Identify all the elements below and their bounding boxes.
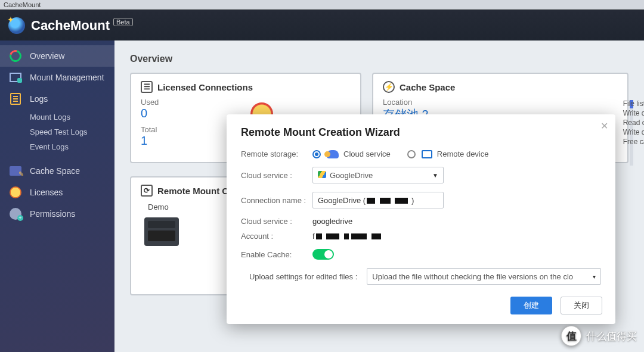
googledrive-icon bbox=[318, 171, 326, 178]
upload-settings-select[interactable]: Upload the file without checking the fil… bbox=[367, 268, 601, 285]
gauge-icon bbox=[8, 50, 23, 62]
connection-name-label: Connection name : bbox=[241, 196, 312, 205]
sidebar-item-label: Cache Space bbox=[30, 166, 80, 176]
radio-cloud-service[interactable] bbox=[312, 150, 321, 158]
account-value: f bbox=[312, 232, 382, 241]
sidebar-item-permissions[interactable]: Permissions bbox=[0, 203, 114, 225]
license-icon bbox=[8, 186, 23, 198]
radio-label-cloud: Cloud service bbox=[343, 149, 391, 158]
close-button[interactable]: 关闭 bbox=[561, 297, 602, 314]
cloud-service-label-2: Cloud service : bbox=[241, 217, 312, 226]
create-button[interactable]: 创建 bbox=[510, 297, 552, 314]
location-label: Location bbox=[383, 98, 618, 107]
logs-icon bbox=[8, 93, 23, 105]
cache-icon bbox=[8, 165, 23, 177]
permissions-icon bbox=[8, 208, 23, 220]
dialog-title: Remote Mount Creation Wizard bbox=[241, 126, 601, 139]
watermark: 值 什么值得买 bbox=[561, 326, 637, 346]
sidebar-item-label: Licenses bbox=[30, 188, 63, 197]
enable-cache-label: Enable Cache: bbox=[241, 250, 312, 259]
radio-remote-device[interactable] bbox=[407, 150, 416, 158]
remote-mount-wizard-dialog: ✕ Remote Mount Creation Wizard Remote st… bbox=[227, 114, 615, 324]
close-icon[interactable]: ✕ bbox=[600, 120, 608, 132]
cloud-service-value: googledrive bbox=[312, 217, 352, 226]
used-label: Used bbox=[141, 98, 351, 107]
radio-label-device: Remote device bbox=[437, 149, 489, 158]
license-card-icon: ☰ bbox=[141, 81, 153, 93]
sidebar-item-label: Logs bbox=[30, 94, 48, 104]
nas-icon bbox=[144, 217, 179, 246]
sidebar-item-label: Mount Management bbox=[30, 73, 104, 82]
chevron-down-icon: ▼ bbox=[432, 172, 438, 179]
window-titlebar: CacheMount bbox=[0, 0, 644, 10]
sidebar-item-mount-management[interactable]: Mount Management bbox=[0, 67, 114, 88]
sidebar: Overview Mount Management Logs Mount Log… bbox=[0, 41, 114, 352]
sidebar-item-label: Permissions bbox=[30, 209, 75, 219]
remote-device-icon bbox=[422, 150, 432, 158]
card-title: Licensed Connections bbox=[157, 82, 253, 92]
bolt-icon: ⚡ bbox=[383, 81, 395, 93]
sidebar-item-logs[interactable]: Logs bbox=[0, 88, 114, 110]
card-title: Cache Space bbox=[400, 82, 455, 92]
device-icon bbox=[8, 71, 23, 83]
page-title: Overview bbox=[130, 54, 628, 64]
account-label: Account : bbox=[241, 232, 312, 241]
connection-name-input[interactable]: GoogleDrive ( ) bbox=[312, 192, 444, 208]
cloud-service-select[interactable]: GoogleDrive ▼ bbox=[312, 167, 444, 183]
sidebar-item-label: Overview bbox=[30, 51, 64, 61]
enable-cache-toggle[interactable] bbox=[312, 249, 334, 260]
app-logo-icon bbox=[8, 17, 25, 34]
sidebar-item-mount-logs[interactable]: Mount Logs bbox=[0, 110, 114, 124]
cloud-service-label: Cloud service : bbox=[241, 171, 312, 180]
sidebar-item-speed-test-logs[interactable]: Speed Test Logs bbox=[0, 124, 114, 139]
chevron-down-icon: ▾ bbox=[593, 273, 596, 280]
app-header: CacheMount Beta bbox=[0, 10, 644, 41]
cloud-icon bbox=[327, 150, 339, 158]
beta-badge: Beta bbox=[113, 18, 133, 26]
sidebar-item-overview[interactable]: Overview bbox=[0, 45, 114, 67]
remote-card-icon: ⟳ bbox=[141, 185, 153, 197]
remote-storage-label: Remote storage: bbox=[241, 149, 312, 158]
sidebar-item-licenses[interactable]: Licenses bbox=[0, 182, 114, 203]
sidebar-item-cache-space[interactable]: Cache Space bbox=[0, 160, 114, 182]
cache-legend: File list m Write cac Read cac Write cac… bbox=[623, 99, 644, 147]
upload-settings-label: Upload settings for edited files : bbox=[241, 272, 367, 281]
watermark-badge-icon: 值 bbox=[561, 326, 581, 346]
card-title: Remote Mount Co bbox=[157, 186, 234, 196]
app-name: CacheMount bbox=[31, 18, 110, 33]
sidebar-item-event-logs[interactable]: Event Logs bbox=[0, 139, 114, 154]
